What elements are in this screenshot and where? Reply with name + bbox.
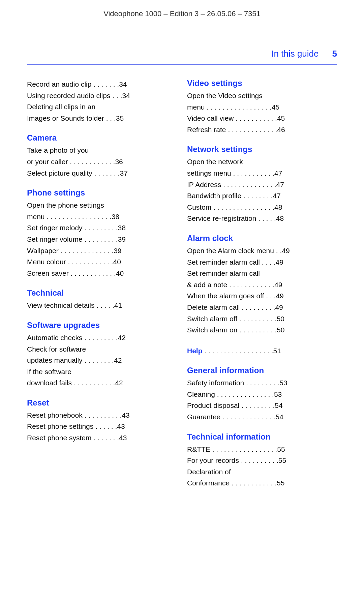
section-software-upgrades: Software upgradesAutomatic checks . . . … <box>27 321 177 389</box>
toc-item: Open the network <box>187 156 337 168</box>
toc-item: R&TTE . . . . . . . . . . . . . . . . .5… <box>187 444 337 455</box>
toc-item: Video call view . . . . . . . . . . .45 <box>187 113 337 124</box>
section-heading-technical-information: Technical information <box>187 432 337 442</box>
guide-title: In this guide <box>271 49 318 59</box>
toc-item: Open the phone settings <box>27 200 177 211</box>
content-area: Record an audio clip . . . . . . .34Usin… <box>0 75 364 512</box>
guide-header: In this guide 5 <box>0 18 364 64</box>
toc-item: Refresh rate . . . . . . . . . . . . .46 <box>187 124 337 136</box>
section-heading-camera: Camera <box>27 133 177 143</box>
toc-item: When the alarm goes off . . .49 <box>187 290 337 302</box>
toc-item: Set reminder alarm call . . . .49 <box>187 257 337 268</box>
right-column: Video settingsOpen the Video settingsmen… <box>187 79 337 498</box>
toc-item: Switch alarm on . . . . . . . . . .50 <box>187 324 337 336</box>
divider <box>27 64 337 65</box>
section-heading-alarm-clock: Alarm clock <box>187 234 337 243</box>
toc-item: Record an audio clip . . . . . . .34 <box>27 79 177 90</box>
toc-item: Menu colour . . . . . . . . . . . .40 <box>27 256 177 268</box>
toc-item: Reset phone settings . . . . . .43 <box>27 421 177 432</box>
toc-item: If the software <box>27 366 177 378</box>
toc-item: download fails . . . . . . . . . . .42 <box>27 377 177 389</box>
section-technical: TechnicalView technical details . . . . … <box>27 288 177 311</box>
toc-item: Reset phonebook . . . . . . . . . .43 <box>27 410 177 421</box>
toc-item: Safety information . . . . . . . . .53 <box>187 377 337 389</box>
section-record: Record an audio clip . . . . . . .34Usin… <box>27 79 177 124</box>
toc-item: Set ringer melody . . . . . . . . .38 <box>27 222 177 234</box>
toc-item: Using recorded audio clips . . .34 <box>27 90 177 101</box>
toc-item: Help . . . . . . . . . . . . . . . . . .… <box>187 345 337 357</box>
toc-item: Service re-registration . . . . .48 <box>187 213 337 224</box>
toc-item: Automatic checks . . . . . . . . .42 <box>27 332 177 343</box>
toc-item: or your caller . . . . . . . . . . . .36 <box>27 156 177 168</box>
toc-item: Images or Sounds folder . . .35 <box>27 113 177 124</box>
toc-item: Set reminder alarm call <box>187 268 337 279</box>
section-heading-technical: Technical <box>27 288 177 298</box>
toc-item: Reset phone system . . . . . . .43 <box>27 432 177 444</box>
section-reset: ResetReset phonebook . . . . . . . . . .… <box>27 398 177 444</box>
section-alarm-clock: Alarm clockOpen the Alarm clock menu . .… <box>187 234 337 336</box>
toc-item: Wallpaper . . . . . . . . . . . . . .39 <box>27 245 177 257</box>
toc-item: menu . . . . . . . . . . . . . . . . .38 <box>27 211 177 222</box>
toc-item: menu . . . . . . . . . . . . . . . . .45 <box>187 101 337 113</box>
section-heading-phone-settings: Phone settings <box>27 188 177 198</box>
toc-item: Product disposal . . . . . . . . .54 <box>187 400 337 411</box>
toc-item: Set ringer volume . . . . . . . . .39 <box>27 234 177 245</box>
section-technical-information: Technical informationR&TTE . . . . . . .… <box>187 432 337 489</box>
section-heading-reset: Reset <box>27 398 177 408</box>
toc-item: For your records . . . . . . . . . .55 <box>187 455 337 466</box>
page-number: 5 <box>332 49 337 59</box>
section-heading-software-upgrades: Software upgrades <box>27 321 177 330</box>
section-help: Help . . . . . . . . . . . . . . . . . .… <box>187 345 337 357</box>
toc-item: Cleaning . . . . . . . . . . . . . . .53 <box>187 389 337 400</box>
section-network-settings: Network settingsOpen the networksettings… <box>187 145 337 224</box>
toc-item: Declaration of <box>187 466 337 478</box>
section-phone-settings: Phone settingsOpen the phone settingsmen… <box>27 188 177 279</box>
section-heading-network-settings: Network settings <box>187 145 337 154</box>
toc-item: IP Address . . . . . . . . . . . . . .47 <box>187 179 337 190</box>
section-general-information: General informationSafety information . … <box>187 366 337 422</box>
section-heading-general-information: General information <box>187 366 337 375</box>
toc-item: Open the Alarm clock menu . .49 <box>187 245 337 257</box>
toc-item: Delete alarm call . . . . . . . . .49 <box>187 302 337 313</box>
toc-item: settings menu . . . . . . . . . . .47 <box>187 168 337 179</box>
toc-item: Take a photo of you <box>27 145 177 156</box>
toc-item: Guarantee . . . . . . . . . . . . . .54 <box>187 411 337 423</box>
toc-item: Custom . . . . . . . . . . . . . . . .48 <box>187 202 337 213</box>
toc-item: View technical details . . . . .41 <box>27 300 177 311</box>
toc-item: Switch alarm off . . . . . . . . . .50 <box>187 313 337 325</box>
section-camera: CameraTake a photo of youor your caller … <box>27 133 177 179</box>
toc-item: Conformance . . . . . . . . . . . .55 <box>187 477 337 489</box>
toc-item: Deleting all clips in an <box>27 101 177 113</box>
toc-item: Screen saver . . . . . . . . . . . .40 <box>27 268 177 279</box>
left-column: Record an audio clip . . . . . . .34Usin… <box>27 79 177 498</box>
toc-item: & add a note . . . . . . . . . . . .49 <box>187 279 337 291</box>
toc-item: Bandwidth profile . . . . . . . .47 <box>187 190 337 202</box>
page-header: Videophone 1000 – Edition 3 – 26.05.06 –… <box>0 0 364 18</box>
toc-item: Open the Video settings <box>187 90 337 101</box>
toc-item: Check for software <box>27 343 177 355</box>
section-video-settings: Video settingsOpen the Video settingsmen… <box>187 79 337 135</box>
toc-item: Select picture quality . . . . . . .37 <box>27 168 177 179</box>
section-heading-video-settings: Video settings <box>187 79 337 88</box>
toc-item: updates manually . . . . . . . .42 <box>27 355 177 366</box>
